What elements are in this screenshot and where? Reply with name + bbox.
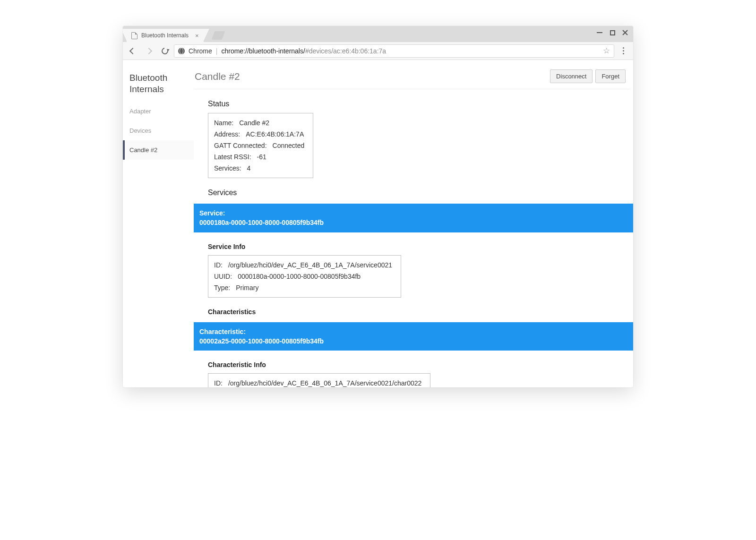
service-info-label: UUID: — [214, 273, 232, 280]
status-label: GATT Connected: — [214, 142, 267, 149]
maximize-icon[interactable] — [610, 30, 615, 35]
close-icon[interactable]: × — [195, 32, 199, 39]
forget-button[interactable]: Forget — [595, 69, 626, 83]
status-value: Candle #2 — [239, 119, 269, 127]
page-header: Candle #2 Disconnect Forget — [194, 69, 630, 89]
url-scheme-label: Chrome — [189, 47, 212, 55]
window-close-icon[interactable] — [622, 29, 628, 36]
disconnect-button[interactable]: Disconnect — [550, 69, 593, 83]
characteristics-heading: Characteristics — [208, 308, 633, 316]
service-info-row: Type:Primary — [214, 282, 392, 293]
tab-strip: Bluetooth Internals × — [123, 26, 633, 42]
sidebar-item-adapter[interactable]: Adapter — [123, 102, 194, 121]
service-info-value: /org/bluez/hci0/dev_AC_E6_4B_06_1A_7A/se… — [228, 261, 392, 269]
service-bar-label: Service: — [199, 208, 627, 218]
back-button[interactable] — [126, 44, 140, 58]
service-info-value: 0000180a-0000-1000-8000-00805f9b34fb — [238, 273, 361, 280]
service-info-label: ID: — [214, 261, 223, 269]
page-title: Candle #2 — [194, 71, 240, 82]
new-tab-button[interactable] — [211, 31, 225, 40]
service-info-box: ID:/org/bluez/hci0/dev_AC_E6_4B_06_1A_7A… — [208, 255, 401, 298]
status-value: 4 — [247, 164, 251, 172]
status-label: Name: — [214, 119, 233, 127]
service-info-row: UUID:0000180a-0000-1000-8000-00805f9b34f… — [214, 271, 392, 282]
url-path: #devices/ac:e6:4b:06:1a:7a — [305, 47, 386, 55]
status-row: Address:AC:E6:4B:06:1A:7A — [214, 129, 304, 140]
reload-button[interactable] — [158, 44, 172, 58]
service-header-bar[interactable]: Service: 0000180a-0000-1000-8000-00805f9… — [194, 204, 633, 232]
characteristic-header-bar[interactable]: Characteristic: 00002a25-0000-1000-8000-… — [194, 322, 633, 351]
service-info-value: Primary — [236, 284, 258, 291]
tab-title: Bluetooth Internals — [141, 32, 189, 39]
status-row: Name:Candle #2 — [214, 117, 304, 129]
status-value: Connected — [273, 142, 305, 149]
status-row: Latest RSSI:-61 — [214, 151, 304, 163]
bookmark-star-icon[interactable]: ☆ — [603, 46, 610, 56]
url-divider: | — [216, 47, 218, 55]
characteristic-info-heading: Characteristic Info — [208, 361, 633, 369]
characteristic-bar-value: 00002a25-0000-1000-8000-00805f9b34fb — [199, 337, 324, 345]
browser-menu-button[interactable] — [616, 47, 630, 54]
site-info-icon[interactable] — [178, 48, 185, 54]
characteristic-info-value: /org/bluez/hci0/dev_AC_E6_4B_06_1A_7A/se… — [228, 379, 421, 387]
status-heading: Status — [208, 100, 633, 108]
characteristic-bar-label: Characteristic: — [199, 327, 627, 336]
characteristic-info-box: ID:/org/bluez/hci0/dev_AC_E6_4B_06_1A_7A… — [208, 373, 430, 387]
forward-button[interactable] — [142, 44, 156, 58]
toolbar: Chrome | chrome://bluetooth-internals/#d… — [123, 42, 633, 60]
address-bar[interactable]: Chrome | chrome://bluetooth-internals/#d… — [174, 44, 614, 58]
status-value: AC:E6:4B:06:1A:7A — [246, 130, 304, 138]
status-row: Services:4 — [214, 163, 304, 174]
service-info-label: Type: — [214, 284, 230, 291]
browser-window: Bluetooth Internals × Chrome | chrome://… — [123, 26, 633, 387]
sidebar-item-candle-2[interactable]: Candle #2 — [123, 140, 194, 160]
characteristic-info-row: ID:/org/bluez/hci0/dev_AC_E6_4B_06_1A_7A… — [214, 377, 421, 387]
content-area: Bluetooth Internals Adapter Devices Cand… — [123, 60, 633, 387]
status-box: Name:Candle #2 Address:AC:E6:4B:06:1A:7A… — [208, 113, 313, 178]
status-label: Address: — [214, 130, 240, 138]
service-info-row: ID:/org/bluez/hci0/dev_AC_E6_4B_06_1A_7A… — [214, 259, 392, 271]
status-label: Latest RSSI: — [214, 153, 251, 161]
status-row: GATT Connected:Connected — [214, 140, 304, 151]
url-host: chrome://bluetooth-internals/ — [221, 47, 305, 55]
browser-tab[interactable]: Bluetooth Internals × — [127, 29, 204, 42]
minimize-icon[interactable] — [596, 29, 603, 36]
status-value: -61 — [257, 153, 266, 161]
services-heading: Services — [208, 189, 633, 197]
status-label: Services: — [214, 164, 241, 172]
service-bar-value: 0000180a-0000-1000-8000-00805f9b34fb — [199, 219, 324, 226]
page-icon — [131, 32, 137, 39]
characteristic-info-label: ID: — [214, 379, 223, 387]
app-title: Bluetooth Internals — [123, 72, 194, 102]
service-info-heading: Service Info — [208, 243, 633, 250]
sidebar-item-devices[interactable]: Devices — [123, 121, 194, 140]
main-panel: Candle #2 Disconnect Forget Status Name:… — [194, 60, 633, 387]
sidebar: Bluetooth Internals Adapter Devices Cand… — [123, 60, 194, 387]
window-controls — [596, 29, 628, 36]
